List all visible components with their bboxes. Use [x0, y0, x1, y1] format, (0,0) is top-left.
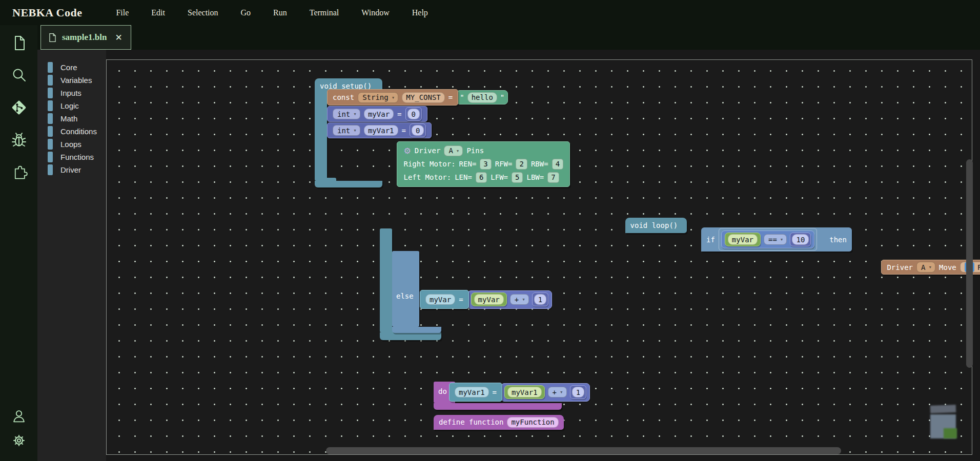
block-number-literal[interactable]: 1 [570, 385, 586, 399]
toolbox-category-core[interactable]: Core [37, 61, 106, 74]
category-color-bar [48, 139, 53, 150]
block-setup-bottom[interactable] [315, 181, 382, 187]
arithmetic-operator-dropdown[interactable]: + [548, 387, 567, 397]
block-arithmetic[interactable]: myVar1 + 1 [501, 383, 590, 402]
minimap-thumbnail[interactable] [930, 405, 957, 439]
block-number-literal[interactable]: 10 [790, 233, 811, 246]
menu-selection[interactable]: Selection [188, 8, 218, 17]
driver-port-dropdown[interactable]: A [444, 145, 463, 156]
menu-bar: File Edit Selection Go Run Terminal Wind… [116, 8, 427, 17]
editor-area: sample1.bln ✕ Core Variables Inputs Logi… [37, 25, 980, 461]
block-int-declaration-myvar[interactable]: int myVar = 0 [327, 106, 427, 122]
horizontal-scrollbar[interactable] [326, 447, 841, 454]
source-control-icon[interactable] [8, 96, 30, 119]
activity-bar [0, 25, 37, 461]
category-color-bar [48, 62, 53, 73]
function-name-field[interactable]: myFunction [507, 417, 558, 428]
category-color-bar [48, 100, 53, 111]
arithmetic-operator-dropdown[interactable]: + [510, 294, 529, 305]
toolbox-category-variables[interactable]: Variables [37, 74, 106, 87]
pin-field-ren[interactable]: 3 [480, 159, 491, 170]
block-number-literal[interactable]: 1 [532, 292, 548, 306]
category-color-bar [48, 113, 53, 124]
toolbox-category-loops[interactable]: Loops [37, 138, 106, 151]
menu-window[interactable]: Window [361, 8, 389, 17]
pin-field-rbw[interactable]: 4 [552, 159, 563, 170]
block-driver-pins[interactable]: ⚙ Driver A Pins Right Motor: REN=3 RFW=2… [397, 141, 570, 187]
toolbox-category-functions[interactable]: Functions [37, 151, 106, 163]
search-icon[interactable] [8, 64, 30, 87]
pin-field-len[interactable]: 6 [476, 172, 487, 183]
block-if[interactable]: if myVar == 10 then [701, 227, 852, 252]
toolbox-category-driver[interactable]: Driver [37, 163, 106, 176]
menu-run[interactable]: Run [273, 8, 287, 17]
category-color-bar [48, 75, 53, 86]
block-set-myvar-increment[interactable]: myVar = myVar + 1 [420, 290, 552, 309]
debug-icon[interactable] [8, 129, 30, 151]
variable-field[interactable]: myVar1 [455, 387, 489, 397]
variable-name-field[interactable]: myVar [364, 109, 394, 119]
toolbox-category-logic[interactable]: Logic [37, 99, 106, 112]
pin-field-lbw[interactable]: 7 [547, 172, 559, 183]
block-loop-header[interactable]: void loop() [625, 218, 687, 233]
comparison-operator-dropdown[interactable]: == [764, 234, 787, 245]
block-comparison[interactable]: myVar == 10 [721, 230, 815, 248]
do-label: do [438, 387, 447, 395]
block-define-function-header[interactable]: define function myFunction [434, 415, 564, 430]
const-type-dropdown[interactable]: String [358, 92, 398, 103]
block-if-bottom[interactable] [392, 327, 441, 333]
block-loop-spine[interactable] [380, 228, 392, 332]
pin-field-lfw[interactable]: 5 [512, 172, 523, 183]
category-color-bar [48, 164, 53, 175]
settings-icon[interactable] [8, 429, 30, 452]
if-condition-socket[interactable]: myVar == 10 [719, 228, 818, 251]
variable-name-field[interactable]: myVar1 [364, 125, 398, 136]
block-arithmetic[interactable]: myVar + 1 [467, 290, 553, 309]
toolbox-category-inputs[interactable]: Inputs [37, 87, 106, 99]
block-driver-move[interactable]: Driver A Move ↑ FORWARD Speed 127 [881, 260, 980, 275]
block-set-myvar1-increment[interactable]: myVar1 = myVar1 + 1 [449, 383, 590, 402]
block-number-literal[interactable]: 0 [410, 123, 426, 137]
menu-file[interactable]: File [116, 8, 129, 17]
driver-port-dropdown[interactable]: A [916, 262, 935, 273]
vertical-scrollbar[interactable] [966, 159, 973, 368]
variable-field[interactable]: myVar [425, 294, 455, 305]
menu-go[interactable]: Go [241, 8, 251, 17]
block-number-literal[interactable]: 0 [405, 107, 422, 121]
app-logo: NEBKA Code [12, 6, 82, 19]
block-int-declaration-myvar1[interactable]: int myVar1 = 0 [327, 122, 432, 138]
menu-edit[interactable]: Edit [151, 8, 165, 17]
block-loop-bottom[interactable] [380, 332, 441, 340]
new-file-icon[interactable] [8, 32, 30, 54]
string-value-field[interactable]: hello [467, 92, 497, 103]
int-type-dropdown[interactable]: int [333, 109, 360, 119]
block-if-spine[interactable]: else [392, 251, 419, 327]
else-label: else [396, 292, 414, 300]
minimap-block-blur [944, 428, 957, 438]
toolbox-category-math[interactable]: Math [37, 112, 106, 125]
pin-field-rfw[interactable]: 2 [516, 159, 527, 170]
category-color-bar [48, 88, 53, 98]
gear-icon[interactable]: ⚙ [403, 146, 411, 156]
tab-sample1[interactable]: sample1.bln ✕ [40, 25, 131, 50]
menu-help[interactable]: Help [412, 8, 428, 17]
extensions-icon[interactable] [8, 161, 30, 183]
block-setup-spine[interactable] [315, 89, 327, 181]
block-variable-myvar[interactable]: myVar [471, 292, 507, 306]
const-name-field[interactable]: MY_CONST [402, 92, 444, 103]
block-variable-myvar[interactable]: myVar [725, 233, 761, 246]
toolbox-category-conditions[interactable]: Conditions [37, 125, 106, 138]
int-type-dropdown[interactable]: int [333, 125, 360, 136]
block-variable-myvar1[interactable]: myVar1 [504, 385, 545, 399]
block-const-declaration[interactable]: const String MY_CONST = " hello " [327, 89, 508, 106]
minimap-block-blur [930, 405, 956, 413]
file-icon [48, 33, 57, 43]
account-icon[interactable] [8, 405, 30, 427]
tab-label: sample1.bln [62, 32, 107, 43]
block-string-literal[interactable]: " hello " [456, 90, 508, 104]
tab-close-icon[interactable]: ✕ [115, 32, 122, 43]
workspace-canvas[interactable]: void setup() const String MY_CONST = " h… [106, 59, 972, 455]
block-define-bottom[interactable] [434, 403, 562, 410]
tab-bar: sample1.bln ✕ [37, 25, 980, 50]
menu-terminal[interactable]: Terminal [310, 8, 339, 17]
